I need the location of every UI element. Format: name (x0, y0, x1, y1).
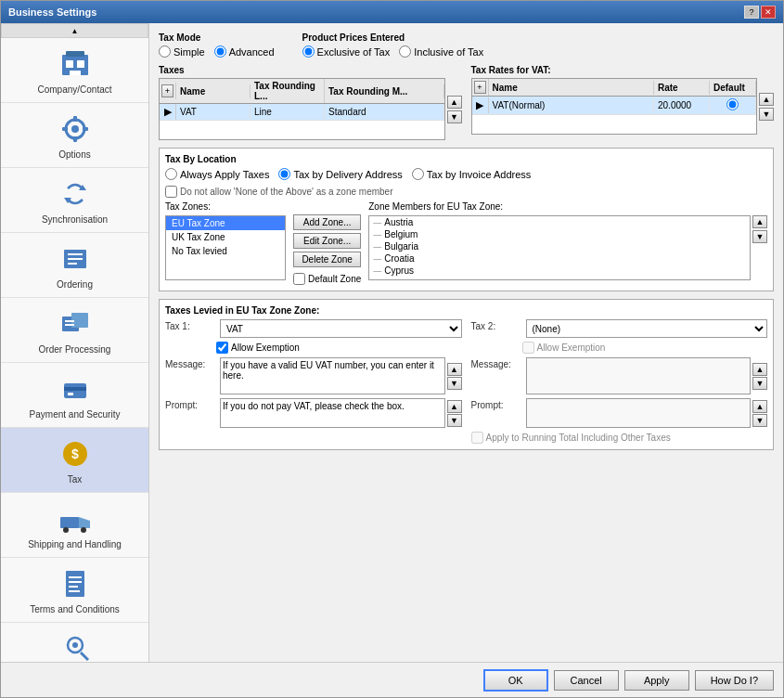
member-3: — Croatia (369, 252, 750, 265)
svg-rect-2 (66, 60, 73, 68)
tax1-exemption-checkbox[interactable] (216, 342, 228, 354)
delete-zone-button[interactable]: Delete Zone (293, 252, 361, 267)
sidebar-item-shipping[interactable]: Shipping and Handling (1, 493, 148, 558)
tax-mode-advanced-radio[interactable] (214, 45, 226, 58)
inclusive-radio[interactable] (399, 45, 411, 58)
apply-running-total-checkbox[interactable] (471, 432, 483, 444)
tax1-message-control: If you have a valid EU VAT number, you c… (220, 357, 462, 394)
cancel-button[interactable]: Cancel (554, 670, 619, 691)
svg-text:$: $ (71, 446, 79, 461)
svg-rect-34 (69, 590, 80, 592)
sidebar-scroll-up[interactable]: ▲ (1, 23, 148, 38)
sidebar-item-terms[interactable]: Terms and Conditions (1, 558, 148, 623)
tax1-message-textarea[interactable]: If you have a valid EU VAT number, you c… (220, 357, 445, 394)
svg-rect-20 (65, 324, 74, 326)
zone-members-listbox[interactable]: — Austria — Belgium — Bulgaria (368, 215, 751, 280)
no-none-above-label: Do not allow 'None of the Above' as a zo… (180, 187, 393, 197)
taxes-down-arrow[interactable]: ▼ (447, 110, 462, 123)
tax-rates-up-arrow[interactable]: ▲ (759, 93, 774, 106)
tax1-msg-scroll-up[interactable]: ▲ (447, 363, 462, 376)
tax2-prompt-scroll-up[interactable]: ▲ (752, 400, 767, 413)
zone-item-2[interactable]: No Tax levied (166, 244, 285, 258)
tax-rates-table-header: + Name Rate Default (472, 79, 757, 97)
sidebar-item-tax[interactable]: $ Tax (1, 428, 148, 493)
inclusive-radio-item[interactable]: Inclusive of Tax (399, 45, 483, 58)
svg-rect-31 (69, 576, 82, 578)
zone-members-label: Zone Members for EU Tax Zone: (368, 201, 767, 212)
tax2-select[interactable]: (None) (526, 319, 768, 338)
delivery-address-radio[interactable] (278, 168, 290, 180)
edit-zone-button[interactable]: Edit Zone... (293, 233, 361, 249)
tax-mode-simple[interactable]: Simple (159, 45, 205, 58)
tax-rates-section: Tax Rates for VAT: + Name Rate Default (471, 65, 775, 140)
tax2-msg-scroll-up[interactable]: ▲ (752, 363, 767, 376)
taxes-up-arrow[interactable]: ▲ (447, 96, 462, 109)
close-button[interactable]: ✕ (761, 6, 776, 19)
tax2-exemption-checkbox[interactable] (522, 342, 534, 354)
tax-zones-listbox[interactable]: EU Tax Zone UK Tax Zone No Tax levied (165, 215, 286, 280)
bottom-bar: OK Cancel Apply How Do I? (1, 662, 783, 697)
svg-rect-8 (73, 136, 77, 142)
apply-button[interactable]: Apply (624, 670, 689, 691)
tax-rates-add-button[interactable]: + (474, 81, 486, 94)
ok-button[interactable]: OK (483, 669, 548, 692)
tax-mode-group: Tax Mode Simple Advanced (159, 32, 275, 58)
taxes-col-rounding-m: Tax Rounding M... (325, 84, 444, 98)
zone-item-0[interactable]: EU Tax Zone (166, 216, 285, 230)
tax-zones-label-col: Tax Zones: EU Tax Zone UK Tax Zone No Ta… (165, 201, 286, 280)
svg-rect-22 (64, 387, 86, 391)
tax2-prompt-textarea[interactable] (526, 398, 752, 428)
svg-rect-32 (69, 581, 82, 583)
sidebar-item-ordering[interactable]: Ordering (1, 233, 148, 298)
help-button[interactable]: ? (744, 6, 759, 19)
taxes-row-0[interactable]: ▶ VAT Line Standard (160, 104, 444, 121)
tax-icon: $ (57, 435, 94, 472)
tax-mode-advanced[interactable]: Advanced (214, 45, 275, 58)
sidebar-item-payment[interactable]: Payment and Security (1, 363, 148, 428)
invoice-address-radio-item[interactable]: Tax by Invoice Address (412, 168, 532, 180)
invoice-address-radio[interactable] (412, 168, 424, 180)
tax-mode-simple-radio[interactable] (159, 45, 171, 58)
zone-members-scroll-up[interactable]: ▲ (752, 215, 767, 228)
sidebar-item-order-processing[interactable]: Order Processing (1, 298, 148, 363)
tax2-col: Tax 2: (None) Allow Exemption (471, 319, 768, 444)
tax-rates-row-arrow: ▶ (472, 97, 489, 113)
product-prices-radio-group: Exclusive of Tax Inclusive of Tax (302, 45, 484, 58)
always-apply-radio-item[interactable]: Always Apply Taxes (165, 168, 269, 180)
tax1-prompt-scroll-up[interactable]: ▲ (447, 400, 462, 413)
tax-rates-default-radio-0[interactable] (726, 98, 739, 110)
tax2-message-textarea[interactable] (526, 357, 752, 394)
zone-members-scroll-down[interactable]: ▼ (752, 230, 767, 243)
sidebar-item-address[interactable]: Address Lookup (1, 623, 148, 662)
tax1-msg-scroll-down[interactable]: ▼ (447, 377, 462, 390)
svg-point-36 (72, 642, 78, 648)
tax2-msg-scroll-down[interactable]: ▼ (752, 377, 767, 390)
delivery-address-radio-item[interactable]: Tax by Delivery Address (278, 168, 402, 180)
tax-rates-row-0[interactable]: ▶ VAT(Normal) 20.0000 (472, 97, 757, 115)
add-zone-button[interactable]: Add Zone... (293, 214, 361, 230)
zone-item-1[interactable]: UK Tax Zone (166, 230, 285, 244)
tax2-prompt-scroll-down[interactable]: ▼ (752, 414, 767, 427)
exclusive-radio-item[interactable]: Exclusive of Tax (302, 45, 391, 58)
sidebar-item-company[interactable]: Company/Contact (1, 38, 148, 103)
tax1-prompt-textarea[interactable]: If you do not pay VAT, please check the … (220, 398, 445, 428)
tax1-select[interactable]: VAT (220, 319, 462, 338)
sidebar-item-options[interactable]: Options (1, 103, 148, 168)
default-zone-row: Default Zone (293, 273, 361, 285)
always-apply-radio[interactable] (165, 168, 177, 180)
tax-rates-down-arrow[interactable]: ▼ (759, 108, 774, 121)
svg-rect-26 (60, 517, 79, 528)
sidebar-item-sync[interactable]: Synchronisation (1, 168, 148, 233)
tax2-message-row: Message: ▲ ▼ (471, 357, 768, 394)
taxes-add-button[interactable]: + (161, 84, 174, 97)
tax1-message-label: Message: (165, 357, 216, 369)
tax1-prompt-scroll-down[interactable]: ▼ (447, 414, 462, 427)
zone-members-wrapper: — Austria — Belgium — Bulgaria (368, 215, 767, 280)
default-zone-checkbox[interactable] (293, 273, 305, 285)
svg-rect-33 (69, 586, 78, 588)
svg-rect-1 (66, 51, 84, 57)
how-do-i-button[interactable]: How Do I? (695, 670, 774, 691)
payment-icon (57, 370, 94, 407)
no-none-above-checkbox[interactable] (165, 186, 177, 198)
exclusive-radio[interactable] (302, 45, 315, 58)
